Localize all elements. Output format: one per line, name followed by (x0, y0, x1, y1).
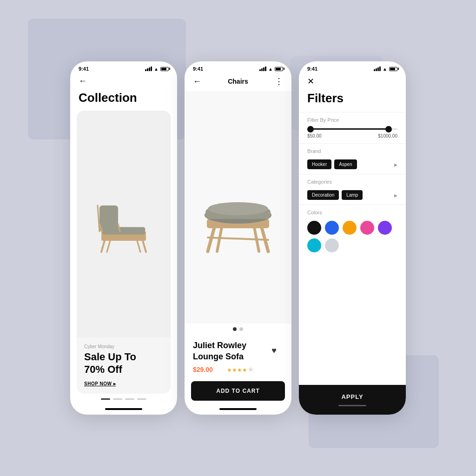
chairs-nav-title: Chairs (228, 78, 248, 85)
brand-expand-arrow[interactable]: ▸ (394, 161, 397, 168)
price-filter-section: Filter By Price $50.00 $1000.00 (299, 112, 406, 143)
svg-line-0 (101, 239, 105, 252)
wifi-icon-3: ▲ (383, 66, 387, 72)
status-time-2: 9:41 (193, 66, 203, 72)
svg-line-9 (98, 205, 99, 231)
brand-tags: Hooker Aspen ▸ (307, 159, 397, 169)
color-swatch-orange[interactable] (343, 221, 357, 235)
phone-filters: 9:41 ▲ ✕ Filters Filter By Price (299, 61, 406, 415)
star-rating: ★★★★★ (227, 365, 254, 374)
battery-icon (160, 67, 169, 71)
status-bar-1: 9:41 ▲ (70, 61, 177, 73)
back-button-1[interactable]: ← (79, 76, 87, 86)
status-icons-3: ▲ (374, 66, 397, 72)
category-tag-lamp[interactable]: Lamp (342, 190, 363, 200)
svg-rect-6 (99, 205, 118, 231)
shop-now-link[interactable]: SHOP NOW ▸ (84, 381, 163, 386)
phone2-nav: ← Chairs ⋮ (185, 73, 291, 91)
brand-filter-section: Brand Hooker Aspen ▸ (299, 143, 406, 174)
phone1-nav: ← (70, 73, 177, 89)
svg-line-2 (107, 239, 111, 252)
carousel-dots (185, 324, 291, 335)
close-filters-button[interactable]: ✕ (307, 77, 314, 86)
color-swatch-gray[interactable] (325, 238, 339, 252)
back-button-2[interactable]: ← (193, 77, 201, 86)
slider-thumb-left[interactable] (307, 126, 314, 132)
dot-3 (125, 398, 134, 400)
phones-container: 9:41 ▲ ← Collection (70, 61, 406, 415)
collection-card: Cyber Monday Sale Up To70% Off SHOP NOW … (77, 111, 171, 394)
svg-line-12 (217, 227, 222, 251)
status-icons-2: ▲ (259, 66, 283, 72)
svg-line-14 (208, 238, 268, 240)
status-icons-1: ▲ (145, 66, 169, 72)
wifi-icon: ▲ (154, 66, 159, 72)
chair-illustration-1 (86, 194, 161, 254)
slider-thumb-right[interactable] (385, 126, 392, 132)
dot-2 (113, 398, 122, 400)
battery-icon-3 (389, 67, 397, 71)
svg-line-1 (142, 239, 146, 252)
color-swatch-purple[interactable] (378, 221, 392, 235)
status-bar-3: 9:41 ▲ (299, 61, 406, 73)
phone3-content: ✕ Filters Filter By Price $50.00 $1000.0… (299, 73, 406, 415)
categories-tags: Decoration Lamp ▸ (307, 190, 397, 200)
brand-tag-hooker[interactable]: Hooker (307, 159, 331, 169)
colors-filter-section: Colors (299, 205, 406, 257)
svg-line-3 (137, 239, 140, 252)
brand-tag-aspen[interactable]: Aspen (334, 159, 357, 169)
sale-title: Sale Up To70% Off (84, 351, 163, 376)
svg-point-18 (208, 202, 268, 215)
apply-button[interactable]: APPLY (307, 393, 397, 400)
categories-filter-label: Categories (307, 179, 397, 185)
categories-filter-section: Categories Decoration Lamp ▸ (299, 174, 406, 205)
price-slider-fill (307, 128, 389, 130)
price-filter-label: Filter By Price (307, 117, 397, 123)
colors-filter-label: Colors (307, 210, 397, 215)
price-slider-track[interactable] (307, 128, 397, 130)
chair-image-area (77, 111, 171, 337)
filters-title: Filters (307, 91, 397, 106)
category-tag-decoration[interactable]: Decoration (307, 190, 339, 200)
wishlist-button[interactable]: ♥ (271, 346, 277, 356)
signal-icon-3 (374, 66, 381, 71)
add-to-cart-button[interactable]: ADD TO CART (191, 381, 285, 401)
phone2-content: ← Chairs ⋮ (185, 73, 291, 415)
carousel-dot-2 (239, 327, 243, 331)
wifi-icon-2: ▲ (268, 66, 273, 72)
carousel-dot-1 (233, 327, 237, 331)
status-bar-2: 9:41 ▲ (185, 61, 291, 73)
phone1-bottom (70, 394, 177, 406)
svg-line-10 (208, 226, 215, 251)
battery-icon-2 (275, 67, 283, 71)
color-swatch-cyan[interactable] (307, 238, 321, 252)
signal-icon-2 (259, 66, 266, 71)
stars-empty: ★ (247, 365, 254, 373)
phone1-content: ← Collection (70, 73, 177, 415)
home-indicator-3 (338, 405, 366, 406)
color-swatch-blue[interactable] (325, 221, 339, 235)
price-max: $1000.00 (378, 133, 397, 139)
status-time-1: 9:41 (79, 66, 89, 72)
color-swatch-pink[interactable] (360, 221, 374, 235)
color-swatches (307, 221, 397, 252)
brand-filter-label: Brand (307, 148, 397, 154)
svg-line-11 (261, 226, 268, 251)
spacer (299, 257, 406, 385)
dot-4 (137, 398, 146, 400)
chair2-image-area (185, 91, 291, 324)
apply-section: APPLY (299, 385, 406, 415)
status-time-3: 9:41 (307, 66, 317, 72)
collection-text: Cyber Monday Sale Up To70% Off SHOP NOW … (77, 337, 171, 394)
price-range: $50.00 $1000.00 (307, 133, 397, 139)
categories-expand-arrow[interactable]: ▸ (394, 192, 397, 199)
phone-chairs: 9:41 ▲ ← Chairs ⋮ (185, 61, 291, 415)
color-swatch-black[interactable] (307, 221, 321, 235)
product-price: $29.00 (193, 366, 213, 373)
more-menu-button[interactable]: ⋮ (275, 76, 283, 86)
product-name: Juliet RowleyLounge Sofa (193, 340, 254, 362)
product-info: Juliet RowleyLounge Sofa $29.00 ★★★★★ ♥ (185, 335, 291, 377)
promo-label: Cyber Monday (84, 344, 163, 349)
filters-header: ✕ Filters (299, 73, 406, 112)
phone-collection: 9:41 ▲ ← Collection (70, 61, 177, 415)
